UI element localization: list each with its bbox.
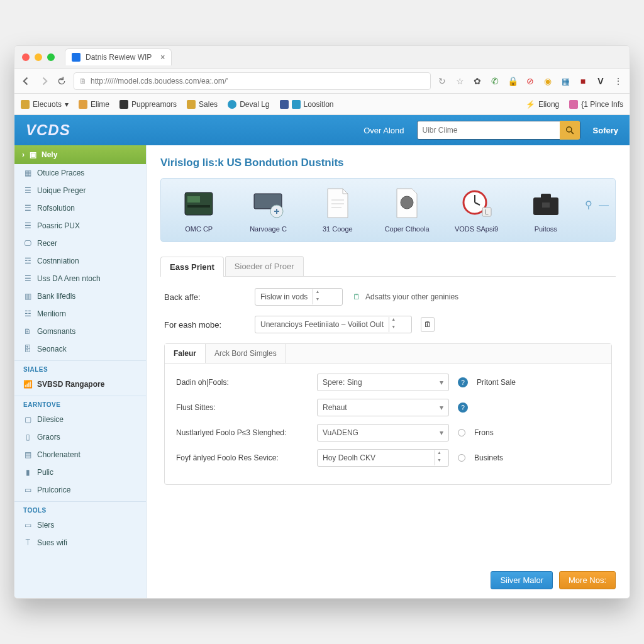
bookmark-item[interactable]: Puppreamors — [119, 100, 177, 109]
briefcase-icon — [526, 187, 566, 220]
launch-item[interactable]: Narvoage C — [236, 187, 299, 233]
launch-item[interactable]: Coper Cthoola — [375, 187, 438, 233]
subtab-arck-bord[interactable]: Arck Bord Simgles — [206, 344, 286, 363]
subform-select[interactable]: Hoy Deolh CKV▲▼ — [317, 449, 449, 467]
bookmark-item[interactable]: ⚡ Eliong — [526, 100, 559, 109]
launch-item[interactable]: 31 Cooge — [306, 187, 369, 233]
close-tab-icon[interactable]: × — [160, 53, 165, 62]
search-button[interactable] — [560, 121, 580, 140]
device-icon: ▢ — [23, 415, 32, 424]
list-icon: ☰ — [23, 204, 32, 213]
tab-eass-prient[interactable]: Eass Prient — [160, 257, 224, 277]
lock-icon[interactable]: 🔒 — [508, 76, 518, 86]
subform-row: Nustlarlyed Foolo P≤3 Slenghed: VuADENG▾… — [176, 424, 600, 441]
sidebar-item[interactable]: ☲Costnniation — [14, 252, 146, 270]
sidebar-item[interactable]: ▥Bank lifedls — [14, 287, 146, 305]
url-bar[interactable]: 🗎 http://////model.cds.boudess.com/ea:.o… — [74, 72, 431, 90]
spin-down-icon[interactable]: ▼ — [313, 297, 321, 304]
sidebar-item[interactable]: ☰Rofsolution — [14, 199, 146, 217]
home-icon: ▣ — [30, 150, 36, 159]
sidebar-item[interactable]: ☰Uoique Preger — [14, 182, 146, 199]
subform-select[interactable]: Rehaut▾ — [317, 399, 449, 416]
launch-scroll-right[interactable]: ⚲ — — [584, 187, 609, 211]
sidebar-item[interactable]: 🗎Gomsnants — [14, 323, 146, 340]
spin-down-icon[interactable]: ▼ — [435, 458, 443, 465]
subform-label: Dadin oh|Fools: — [176, 378, 308, 387]
save-icon[interactable]: ▦ — [560, 76, 570, 86]
tab-sioeder-proer[interactable]: Sioeder of Proer — [225, 256, 304, 276]
calendar-icon[interactable]: 🗓 — [421, 317, 435, 332]
search-input[interactable] — [418, 126, 560, 135]
sidebar-item[interactable]: 🖵Recer — [14, 235, 146, 252]
safety-link[interactable]: Sofery — [593, 126, 618, 135]
sidebar-item[interactable]: ▤Chorlenatent — [14, 446, 146, 464]
bookmark-item[interactable]: Loositlon — [280, 100, 334, 109]
brand-logo[interactable]: VCDS — [26, 121, 70, 139]
browser-tab[interactable]: Datnis Rewiew WIP × — [65, 48, 172, 65]
radio-frons[interactable] — [458, 429, 465, 436]
gear-icon[interactable]: ✿ — [472, 76, 482, 86]
block-icon[interactable]: ⊘ — [525, 76, 535, 86]
spin-up-icon[interactable]: ▲ — [435, 450, 443, 458]
subform-select[interactable]: VuADENG▾ — [317, 424, 449, 441]
sidebar-item[interactable]: ☰Uss DA Aren ntoch — [14, 270, 146, 287]
back-select[interactable]: Fislow in vods ▲▼ — [255, 288, 343, 306]
info-icon[interactable]: ? — [458, 402, 468, 413]
over-alond-link[interactable]: Over Alond — [364, 126, 404, 135]
launch-label: Puitoss — [535, 225, 557, 233]
reload-button[interactable] — [56, 75, 67, 87]
bookmark-item[interactable]: Sales — [187, 100, 218, 109]
forward-button[interactable] — [38, 75, 50, 87]
outer-tabs: Eass Prient Sioeder of Proer — [160, 256, 616, 277]
bookmarks-bar: Elecuots ▾ Elime Puppreamors Sales Deval… — [14, 94, 630, 115]
v-icon[interactable]: V — [596, 76, 606, 86]
bookmark-item[interactable]: Deval Lg — [228, 100, 269, 109]
launch-item[interactable]: L VODS SApsi9 — [445, 187, 508, 233]
info-icon[interactable]: ? — [458, 377, 468, 387]
bookmark-item[interactable]: {1 Pince Infs — [569, 100, 623, 109]
sidebar-item[interactable]: ▭Prulcorice — [14, 481, 146, 499]
bookmark-item[interactable]: Elecuots ▾ — [21, 100, 69, 109]
maximize-window-icon[interactable] — [47, 53, 55, 61]
subform-select[interactable]: Spere: Sing▾ — [317, 374, 449, 391]
titlebar: Datnis Rewiew WIP × — [14, 46, 630, 69]
sidebar-item[interactable]: ▯Graors — [14, 428, 146, 446]
star-icon[interactable]: ☆ — [455, 76, 465, 86]
sidebar-item-rangapore[interactable]: 📶SVBSD Rangapore — [14, 375, 146, 393]
bookmark-label: {1 Pince Infs — [581, 100, 623, 109]
cash-select[interactable]: Unerancioys Feetiniiato – Voiliot Oult ▲… — [255, 316, 412, 333]
spin-up-icon[interactable]: ▲ — [313, 289, 321, 297]
bookmark-icon — [292, 100, 301, 109]
sidebar-item[interactable]: ▮Pulic — [14, 464, 146, 481]
sidebar-item[interactable]: ▦Otuice Praces — [14, 164, 146, 182]
silver-malor-button[interactable]: Siiver Malor — [491, 571, 553, 589]
subform-label: Foyf änlyed Foolo Res Sevice: — [176, 453, 308, 462]
launch-item[interactable]: Puitoss — [514, 187, 577, 233]
more-nos-button[interactable]: More Nos: — [559, 571, 616, 589]
square-icon[interactable]: ■ — [578, 76, 588, 86]
sidebar-item[interactable]: ☰Poasric PUX — [14, 217, 146, 235]
sync-icon[interactable]: ↻ — [437, 76, 447, 86]
url-toolbar: 🗎 http://////model.cds.boudess.com/ea:.o… — [14, 69, 630, 94]
close-window-icon[interactable] — [22, 53, 30, 61]
spin-up-icon[interactable]: ▲ — [389, 317, 397, 325]
radio-businets[interactable] — [458, 454, 465, 462]
back-button[interactable] — [21, 75, 32, 87]
bookmark-label: Sales — [199, 100, 218, 109]
sidebar-item[interactable]: ⟙Sues wifi — [14, 534, 146, 552]
sidebar-top[interactable]: › ▣ Nely — [14, 145, 146, 164]
menu-icon[interactable]: ⋮ — [613, 76, 623, 86]
sidebar-item[interactable]: ☳Meriliorn — [14, 305, 146, 323]
subtab-faleur[interactable]: Faleur — [165, 344, 206, 363]
launch-item[interactable]: OMC CP — [167, 187, 230, 233]
sidebar-item[interactable]: ▢Dilesice — [14, 411, 146, 428]
minimize-window-icon[interactable] — [35, 53, 42, 61]
norton-icon[interactable]: ◉ — [543, 76, 553, 86]
bookmark-icon — [187, 100, 196, 109]
bookmark-item[interactable]: Elime — [79, 100, 109, 109]
phone-icon[interactable]: ✆ — [490, 76, 500, 86]
sub-tabs: Faleur Arck Bord Simgles Dadin oh|Fools:… — [164, 343, 612, 485]
sidebar-item[interactable]: 🗄Seonack — [14, 340, 146, 358]
spin-down-icon[interactable]: ▼ — [389, 325, 397, 332]
sidebar-item[interactable]: ▭Slers — [14, 516, 146, 534]
